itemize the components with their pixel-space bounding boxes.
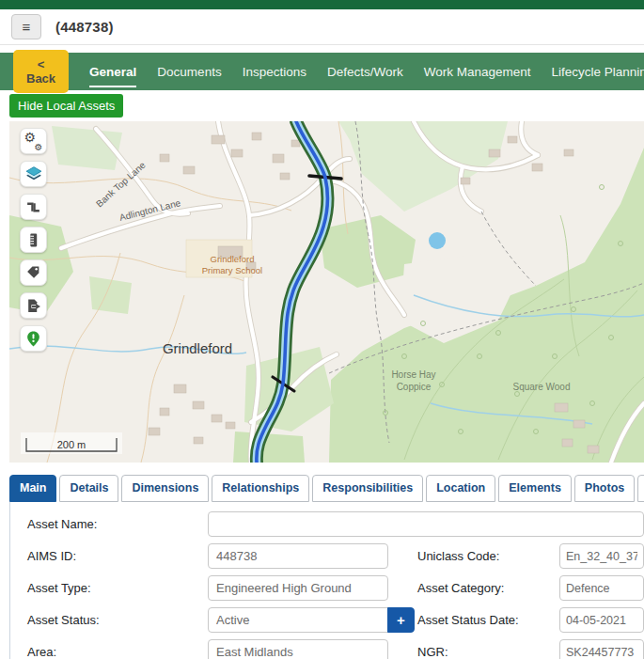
tab-elements[interactable]: Elements bbox=[498, 475, 572, 502]
map-label-button[interactable] bbox=[20, 259, 47, 286]
asset-status-date-label: Asset Status Date: bbox=[417, 613, 559, 627]
tag-icon bbox=[25, 265, 41, 281]
map-label-horse-hay: Horse Hay bbox=[391, 369, 435, 380]
hamburger-menu-button[interactable]: ≡ bbox=[11, 14, 41, 39]
form-row-asset-status: Asset Status: + Asset Status Date: bbox=[27, 607, 644, 633]
nav-tab-defects-work[interactable]: Defects/Work bbox=[327, 65, 403, 79]
nav-tabs: General Documents Inspections Defects/Wo… bbox=[89, 65, 644, 79]
fit-extent-icon bbox=[25, 199, 41, 215]
tab-asset-costs[interactable]: Asset Costs bbox=[637, 475, 644, 502]
tab-location[interactable]: Location bbox=[426, 475, 495, 502]
map-label-coppice: Coppice bbox=[397, 382, 432, 392]
map-label-square-wood: Square Wood bbox=[513, 382, 571, 392]
asset-type-input[interactable] bbox=[208, 575, 388, 601]
map-viewport[interactable]: Bank Top Lane Adlington Lane Grindleford… bbox=[9, 121, 644, 463]
map-alerts-button[interactable] bbox=[20, 325, 47, 352]
map-measure-button[interactable] bbox=[20, 227, 47, 253]
asset-category-input[interactable] bbox=[559, 575, 644, 601]
tab-relationships[interactable]: Relationships bbox=[212, 475, 309, 502]
alert-pin-icon bbox=[25, 331, 41, 347]
ngr-label: NGR: bbox=[417, 645, 559, 659]
tab-photos[interactable]: Photos bbox=[574, 475, 635, 502]
map-scale-label: 200 m bbox=[57, 439, 86, 450]
map-toolbar: ⚙⚙ bbox=[20, 128, 47, 352]
asset-status-input[interactable] bbox=[208, 607, 388, 633]
asset-name-label: Asset Name: bbox=[27, 517, 208, 531]
area-input[interactable] bbox=[208, 639, 388, 659]
tab-details[interactable]: Details bbox=[59, 475, 118, 502]
form-row-asset-name: Asset Name: bbox=[27, 511, 644, 537]
nav-tab-work-management[interactable]: Work Management bbox=[424, 65, 531, 79]
hide-local-assets-button[interactable]: Hide Local Assets bbox=[9, 94, 123, 118]
uniclass-code-input[interactable] bbox=[559, 543, 644, 569]
nav-tab-documents[interactable]: Documents bbox=[157, 65, 221, 79]
map-scale-bar: 200 m bbox=[21, 432, 122, 454]
top-accent-strip bbox=[0, 0, 644, 9]
layers-icon bbox=[25, 165, 42, 182]
map-pond bbox=[429, 232, 446, 249]
hamburger-icon: ≡ bbox=[23, 20, 31, 34]
form-row-asset-type: Asset Type: Asset Category: bbox=[27, 575, 644, 601]
ruler-icon bbox=[25, 232, 41, 248]
map-label-grindleford: Grindleford bbox=[163, 340, 232, 356]
main-navbar: < Back General Documents Inspections Def… bbox=[0, 53, 644, 90]
export-icon bbox=[25, 298, 41, 314]
area-label: Area: bbox=[27, 645, 208, 659]
aims-id-input[interactable] bbox=[208, 543, 388, 569]
ngr-input[interactable] bbox=[559, 639, 644, 659]
asset-status-date-input[interactable] bbox=[559, 607, 644, 633]
nav-tab-lifecycle-planning[interactable]: Lifecycle Planning bbox=[552, 65, 644, 79]
detail-tabs: Main Details Dimensions Relationships Re… bbox=[9, 475, 644, 502]
main-tab-panel: Asset Name: AIMS ID: Uniclass Code: Asse… bbox=[9, 502, 644, 659]
map-label-school-1: Grindleford bbox=[211, 254, 255, 264]
app-header: ≡ (448738) bbox=[0, 9, 644, 45]
tab-responsibilities[interactable]: Responsibilities bbox=[312, 475, 423, 502]
form-row-aims-id: AIMS ID: Uniclass Code: bbox=[27, 543, 644, 569]
map-export-button[interactable] bbox=[20, 292, 47, 319]
tab-main[interactable]: Main bbox=[9, 475, 56, 502]
aims-id-label: AIMS ID: bbox=[27, 549, 208, 563]
asset-type-label: Asset Type: bbox=[27, 581, 208, 595]
map-layers-button[interactable] bbox=[20, 161, 47, 187]
asset-category-label: Asset Category: bbox=[417, 581, 559, 595]
nav-tab-inspections[interactable]: Inspections bbox=[243, 65, 306, 79]
uniclass-code-label: Uniclass Code: bbox=[417, 549, 559, 563]
nav-tab-general[interactable]: General bbox=[89, 65, 136, 79]
asset-status-label: Asset Status: bbox=[27, 613, 208, 627]
page-title: (448738) bbox=[55, 19, 114, 35]
back-button[interactable]: < Back bbox=[13, 50, 69, 93]
asset-name-input[interactable] bbox=[208, 511, 644, 537]
gears-icon: ⚙⚙ bbox=[25, 133, 42, 149]
map-tiles: Bank Top Lane Adlington Lane Grindleford… bbox=[9, 121, 644, 463]
map-label-school-2: Primary School bbox=[202, 265, 262, 275]
tab-dimensions[interactable]: Dimensions bbox=[121, 475, 209, 502]
map-settings-button[interactable]: ⚙⚙ bbox=[20, 128, 47, 154]
form-row-area: Area: NGR: bbox=[27, 639, 644, 659]
add-status-button[interactable]: + bbox=[387, 607, 415, 633]
map-fit-extent-button[interactable] bbox=[20, 194, 47, 220]
